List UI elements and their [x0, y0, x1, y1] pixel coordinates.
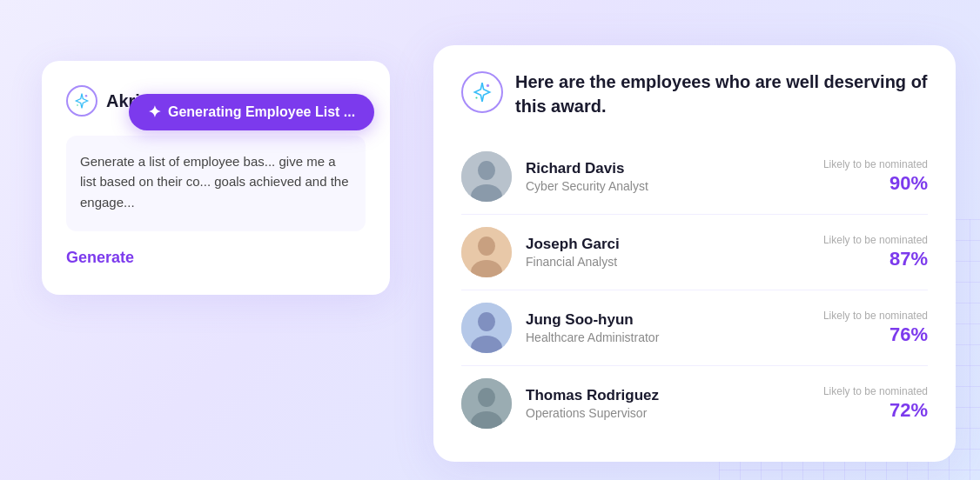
richard-avatar-image — [461, 151, 512, 202]
nomination-label-joseph: Likely to be nominated — [823, 234, 928, 246]
thomas-avatar-image — [461, 378, 512, 429]
employee-role-thomas: Operations Supervisor — [526, 406, 823, 420]
employee-row-richard: Richard Davis Cyber Security Analyst Lik… — [461, 139, 928, 215]
nomination-pct-thomas: 72% — [823, 399, 928, 422]
nomination-pct-richard: 90% — [823, 172, 928, 195]
svg-point-0 — [85, 95, 88, 97]
employee-row-joseph: Joseph Garci Financial Analyst Likely to… — [461, 215, 928, 290]
copilot-sparkle-icon — [73, 92, 91, 110]
employee-name-joseph: Joseph Garci — [526, 236, 823, 253]
employee-info-joseph: Joseph Garci Financial Analyst — [526, 236, 823, 269]
header-copilot-icon — [461, 71, 503, 113]
nomination-info-jung: Likely to be nominated 76% — [823, 310, 928, 346]
svg-point-1 — [77, 104, 78, 106]
svg-point-3 — [475, 97, 477, 98]
nomination-label-richard: Likely to be nominated — [823, 158, 928, 170]
nomination-pct-jung: 76% — [823, 323, 928, 346]
employee-row-jung: Jung Soo-hyun Healthcare Administrator L… — [461, 290, 928, 366]
generating-pill: ✦ Generating Employee List ... — [129, 94, 374, 130]
svg-point-8 — [478, 237, 495, 256]
nomination-label-thomas: Likely to be nominated — [823, 385, 928, 397]
employee-role-richard: Cyber Security Analyst — [526, 179, 823, 193]
avatar-richard — [461, 151, 512, 202]
copilot-icon — [66, 85, 97, 117]
svg-point-14 — [478, 388, 495, 407]
right-card: Here are the employees who are well dese… — [433, 45, 956, 462]
employee-role-joseph: Financial Analyst — [526, 255, 823, 269]
employee-info-jung: Jung Soo-hyun Healthcare Administrator — [526, 311, 823, 344]
employee-name-richard: Richard Davis — [526, 160, 823, 177]
prompt-text: Generate a list of employee bas... give … — [80, 154, 349, 210]
nomination-label-jung: Likely to be nominated — [823, 310, 928, 322]
svg-point-5 — [478, 161, 495, 180]
avatar-joseph — [461, 227, 512, 277]
right-card-title: Here are the employees who are well dese… — [515, 70, 928, 118]
svg-point-2 — [487, 84, 489, 87]
nomination-info-joseph: Likely to be nominated 87% — [823, 234, 928, 270]
avatar-jung — [461, 303, 512, 353]
generating-pill-label: Generating Employee List ... — [168, 104, 355, 120]
employee-row-thomas: Thomas Rodriguez Operations Supervisor L… — [461, 366, 928, 441]
employee-list: Richard Davis Cyber Security Analyst Lik… — [461, 139, 928, 441]
joseph-avatar-image — [461, 227, 512, 277]
employee-name-thomas: Thomas Rodriguez — [526, 387, 823, 404]
nomination-info-thomas: Likely to be nominated 72% — [823, 385, 928, 422]
svg-point-11 — [478, 312, 495, 331]
employee-info-richard: Richard Davis Cyber Security Analyst — [526, 160, 823, 193]
employee-info-thomas: Thomas Rodriguez Operations Supervisor — [526, 387, 823, 420]
employee-role-jung: Healthcare Administrator — [526, 330, 823, 344]
generate-button[interactable]: Generate — [66, 249, 134, 267]
prompt-box: Generate a list of employee bas... give … — [66, 136, 366, 231]
employee-name-jung: Jung Soo-hyun — [526, 311, 823, 329]
avatar-thomas — [461, 378, 512, 429]
nomination-pct-joseph: 87% — [823, 248, 928, 270]
sparkle-icon: ✦ — [148, 103, 161, 122]
right-card-header: Here are the employees who are well dese… — [461, 70, 928, 118]
header-sparkle-icon — [471, 81, 493, 103]
jung-avatar-image — [461, 303, 512, 353]
nomination-info-richard: Likely to be nominated 90% — [823, 158, 928, 195]
